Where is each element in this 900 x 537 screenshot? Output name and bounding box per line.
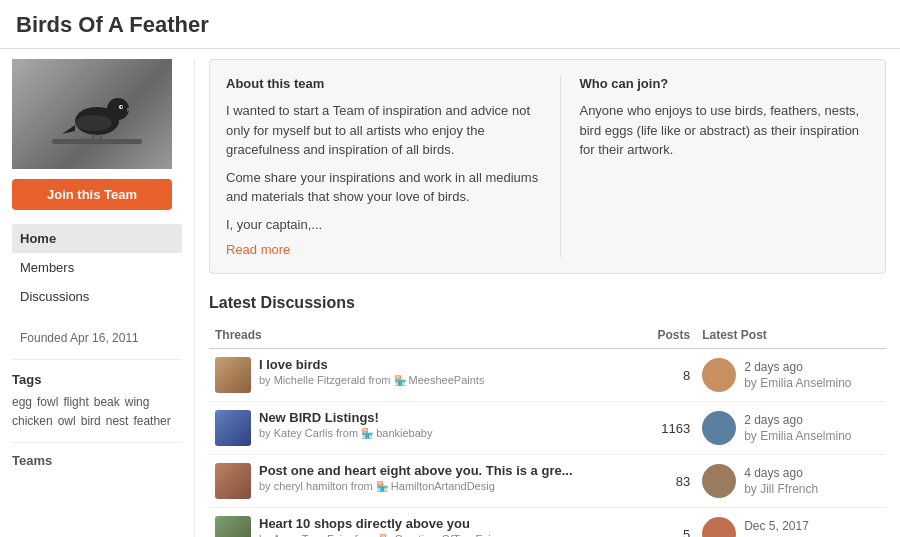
about-team-title: About this team bbox=[226, 76, 544, 91]
tag-beak[interactable]: beak bbox=[94, 395, 120, 409]
join-team-button[interactable]: Join this Team bbox=[12, 179, 172, 210]
latest-post-cell: 2 days ago by Emilia Anselmino bbox=[702, 411, 880, 445]
posts-count: 1163 bbox=[644, 402, 697, 455]
col-latest: Latest Post bbox=[696, 324, 886, 349]
tag-egg[interactable]: egg bbox=[12, 395, 32, 409]
latest-post-author: by Emilia Anselmino bbox=[744, 429, 851, 443]
sidebar-item-home[interactable]: Home bbox=[12, 224, 182, 253]
thread-author[interactable]: Katey Carlis bbox=[274, 427, 333, 439]
who-can-join-box: Who can join? Anyone who enjoys to use b… bbox=[575, 76, 869, 257]
thread-info: New BIRD Listings! by Katey Carlis from … bbox=[215, 410, 638, 446]
sidebar-item-discussions[interactable]: Discussions bbox=[12, 282, 182, 311]
col-threads: Threads bbox=[209, 324, 644, 349]
about-team-para2: Come share your inspirations and work in… bbox=[226, 168, 544, 207]
posts-count: 5 bbox=[644, 508, 697, 538]
thread-shop[interactable]: bankiebaby bbox=[376, 427, 432, 439]
tag-owl[interactable]: owl bbox=[58, 414, 76, 428]
main-content: About this team I wanted to start a Team… bbox=[195, 59, 900, 537]
latest-post-avatar bbox=[702, 358, 736, 392]
table-row[interactable]: Post one and heart eight above you. This… bbox=[209, 455, 886, 508]
latest-post-author: by Jill Ffrench bbox=[744, 482, 818, 496]
tag-wing[interactable]: wing bbox=[125, 395, 150, 409]
thread-shop[interactable]: CreationsOfTrueFairy bbox=[395, 533, 500, 537]
table-row[interactable]: Heart 10 shops directly above you by Ann… bbox=[209, 508, 886, 538]
latest-post-time: 4 days ago bbox=[744, 466, 818, 480]
teams-section: Teams bbox=[12, 442, 182, 468]
discussions-section: Latest Discussions Threads Posts Latest … bbox=[209, 294, 886, 537]
thread-title[interactable]: New BIRD Listings! bbox=[259, 410, 432, 425]
latest-post-cell: 2 days ago by Emilia Anselmino bbox=[702, 358, 880, 392]
latest-post-time: 2 days ago bbox=[744, 360, 851, 374]
discussions-table: Threads Posts Latest Post I love birds b… bbox=[209, 324, 886, 537]
svg-point-7 bbox=[76, 115, 112, 131]
tag-feather[interactable]: feather bbox=[133, 414, 170, 428]
teams-label: Teams bbox=[12, 453, 182, 468]
table-row[interactable]: I love birds by Michelle Fitzgerald from… bbox=[209, 349, 886, 402]
svg-point-2 bbox=[107, 98, 129, 120]
team-image bbox=[12, 59, 172, 169]
latest-post-time: Dec 5, 2017 bbox=[744, 519, 809, 533]
page-title: Birds Of A Feather bbox=[0, 0, 900, 49]
col-posts: Posts bbox=[644, 324, 697, 349]
thread-avatar bbox=[215, 516, 251, 537]
thread-shop[interactable]: HamiltonArtandDesig bbox=[391, 480, 495, 492]
latest-post-cell: Dec 5, 2017 by oleggulyi bbox=[702, 517, 880, 537]
thread-avatar bbox=[215, 357, 251, 393]
latest-post-avatar bbox=[702, 464, 736, 498]
svg-rect-0 bbox=[52, 139, 142, 144]
thread-author[interactable]: Anna True Fairy bbox=[273, 533, 351, 537]
svg-point-5 bbox=[121, 106, 123, 108]
founded-date: Founded Apr 16, 2011 bbox=[12, 327, 182, 360]
who-can-join-title: Who can join? bbox=[579, 76, 869, 91]
tag-fowl[interactable]: fowl bbox=[37, 395, 58, 409]
about-team-para3: I, your captain,... bbox=[226, 215, 544, 235]
tag-nest[interactable]: nest bbox=[106, 414, 129, 428]
table-row[interactable]: New BIRD Listings! by Katey Carlis from … bbox=[209, 402, 886, 455]
latest-post-avatar bbox=[702, 411, 736, 445]
read-more-link[interactable]: Read more bbox=[226, 242, 290, 257]
latest-post-author: by Emilia Anselmino bbox=[744, 376, 851, 390]
thread-info: Post one and heart eight above you. This… bbox=[215, 463, 638, 499]
thread-meta: by Katey Carlis from 🏪 bankiebaby bbox=[259, 427, 432, 439]
latest-post-time: 2 days ago bbox=[744, 413, 851, 427]
thread-avatar bbox=[215, 463, 251, 499]
svg-marker-6 bbox=[62, 125, 75, 134]
sidebar: Join this Team Home Members Discussions … bbox=[0, 59, 195, 537]
about-team-para1: I wanted to start a Team of inspiration … bbox=[226, 101, 544, 160]
thread-meta: by Anna True Fairy from 🏪 CreationsOfTru… bbox=[259, 533, 500, 537]
about-team-box: About this team I wanted to start a Team… bbox=[226, 76, 561, 257]
posts-count: 83 bbox=[644, 455, 697, 508]
tags-section: Tags egg fowl flight beak wing chicken o… bbox=[12, 360, 182, 428]
tags-title: Tags bbox=[12, 372, 182, 387]
thread-author[interactable]: cheryl hamilton bbox=[274, 480, 348, 492]
thread-title[interactable]: Post one and heart eight above you. This… bbox=[259, 463, 573, 478]
info-boxes: About this team I wanted to start a Team… bbox=[209, 59, 886, 274]
who-can-join-text: Anyone who enjoys to use birds, feathers… bbox=[579, 101, 869, 160]
sidebar-item-members[interactable]: Members bbox=[12, 253, 182, 282]
thread-title[interactable]: I love birds bbox=[259, 357, 484, 372]
thread-author[interactable]: Michelle Fitzgerald bbox=[274, 374, 366, 386]
tag-chicken[interactable]: chicken bbox=[12, 414, 53, 428]
tag-flight[interactable]: flight bbox=[63, 395, 88, 409]
sidebar-nav: Home Members Discussions bbox=[12, 224, 182, 311]
thread-avatar bbox=[215, 410, 251, 446]
thread-meta: by cheryl hamilton from 🏪 HamiltonArtand… bbox=[259, 480, 573, 492]
thread-meta: by Michelle Fitzgerald from 🏪 MeesheePai… bbox=[259, 374, 484, 386]
latest-post-avatar bbox=[702, 517, 736, 537]
thread-info: I love birds by Michelle Fitzgerald from… bbox=[215, 357, 638, 393]
tags-grid: egg fowl flight beak wing chicken owl bi… bbox=[12, 395, 182, 428]
thread-title[interactable]: Heart 10 shops directly above you bbox=[259, 516, 500, 531]
thread-info: Heart 10 shops directly above you by Ann… bbox=[215, 516, 638, 537]
latest-post-cell: 4 days ago by Jill Ffrench bbox=[702, 464, 880, 498]
posts-count: 8 bbox=[644, 349, 697, 402]
tag-bird[interactable]: bird bbox=[81, 414, 101, 428]
thread-shop[interactable]: MeesheePaints bbox=[409, 374, 485, 386]
discussions-title: Latest Discussions bbox=[209, 294, 886, 312]
